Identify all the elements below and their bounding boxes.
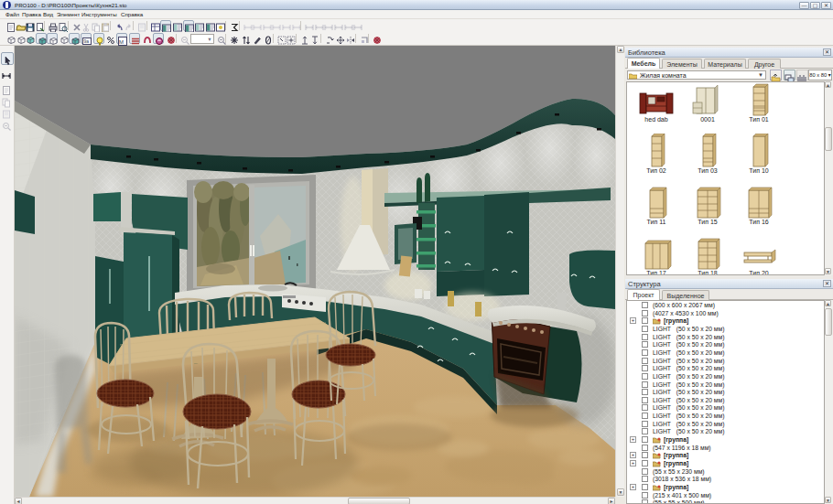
svg-text:9a: 9a [84, 38, 90, 44]
svg-text:M: M [119, 39, 124, 45]
